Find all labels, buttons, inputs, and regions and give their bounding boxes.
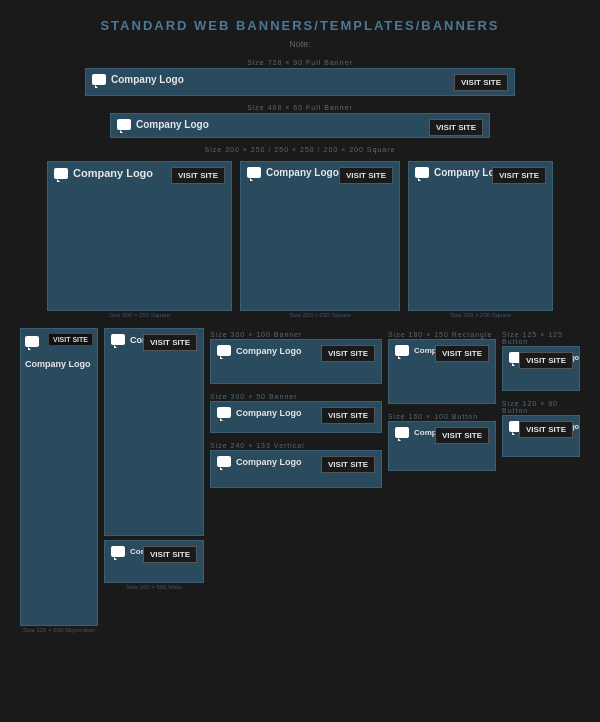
banner-300x250[interactable]: Company Logo VISIT SITE (47, 161, 232, 311)
visit-site-btn-4f[interactable]: VISIT SITE (321, 407, 375, 424)
banner-group-120x90: Size 120 × 90 Button Company Logo VISIT … (502, 397, 580, 457)
company-logo-2: Company Logo (136, 119, 209, 130)
banner-120x90[interactable]: Company Logo VISIT SITE (502, 415, 580, 457)
section-label-4d: Size 180 × 150 Rectangle (388, 331, 496, 338)
section-label-3: Size 300 × 250 / 250 × 250 / 200 × 200 S… (20, 146, 580, 153)
chat-icon-3a (54, 168, 68, 179)
visit-site-btn-4e[interactable]: VISIT SITE (519, 352, 573, 369)
col4-group: Size 180 × 150 Rectangle Company Logo VI… (388, 328, 496, 471)
page-wrapper: STANDARD WEB BANNERS/TEMPLATES/BANNERS N… (0, 0, 600, 653)
banner-group-125: Size 125 × 125 Button Company Logo VISIT… (502, 328, 580, 391)
banner-200x200[interactable]: Company Logo VISIT SITE (408, 161, 553, 311)
visit-site-btn-3a[interactable]: VISIT SITE (171, 167, 225, 184)
section-label-4e2: Size 160 × 100 Button (388, 413, 496, 420)
chat-icon-2 (117, 119, 131, 130)
chat-icon-4f (217, 407, 231, 418)
banner-160x90[interactable]: Company Logo VISIT SITE (104, 540, 204, 583)
visit-site-btn-4b[interactable]: VISIT SITE (143, 334, 197, 351)
banner-group-300: Company Logo VISIT SITE Size 300 × 250 S… (47, 161, 232, 318)
banner-120x600[interactable]: VISIT SITE Company Logo (20, 328, 98, 626)
banner-125x125[interactable]: Company Logo VISIT SITE (502, 346, 580, 391)
visit-site-btn-4c[interactable]: VISIT SITE (321, 345, 375, 362)
chat-icon-3b (247, 167, 261, 178)
banner-300x100[interactable]: Company Logo VISIT SITE (210, 339, 382, 384)
chat-icon-4a (25, 336, 39, 347)
chat-icon-4d (395, 345, 409, 356)
chat-icon-4e2 (395, 427, 409, 438)
size-label-4b: Size 160 × 600 Wide (126, 584, 182, 590)
size-label-3a: Size 300 × 250 Square (109, 312, 170, 318)
visit-site-btn-4b2[interactable]: VISIT SITE (143, 546, 197, 563)
company-logo-4a: Company Logo (25, 359, 91, 369)
section-label-2: Size 468 × 60 Full Banner (20, 104, 580, 111)
banner-group-250: Company Logo VISIT SITE Size 250 × 250 S… (240, 161, 400, 318)
banner-468x60[interactable]: Company Logo VISIT SITE (110, 113, 490, 138)
banner-group-200: Company Logo VISIT SITE Size 200 × 200 S… (408, 161, 553, 318)
banner-group-180: Size 180 × 150 Rectangle Company Logo VI… (388, 328, 496, 404)
row-3: Company Logo VISIT SITE Size 300 × 250 S… (20, 161, 580, 318)
visit-site-btn-4e2[interactable]: VISIT SITE (435, 427, 489, 444)
size-label-3b: Size 250 × 250 Square (289, 312, 350, 318)
visit-site-btn-3c[interactable]: VISIT SITE (492, 167, 546, 184)
col2-group: Company Logo VISIT SITE Company Logo VIS… (104, 328, 204, 590)
size-label-3c: Size 200 × 200 Square (450, 312, 511, 318)
chat-icon-4g (217, 456, 231, 467)
section-label-4f: Size 300 × 50 Banner (210, 393, 382, 400)
banner-group-300x50: Size 300 × 50 Banner Company Logo VISIT … (210, 390, 382, 433)
chat-icon-3c (415, 167, 429, 178)
company-logo-4f: Company Logo (236, 408, 302, 418)
visit-site-btn-3b[interactable]: VISIT SITE (339, 167, 393, 184)
page-subtitle: Note: (0, 39, 600, 49)
banner-728x90[interactable]: Company Logo VISIT SITE (85, 68, 515, 96)
banner-200x90[interactable]: Company Logo VISIT SITE (210, 450, 382, 488)
section-label-4g: Size 240 × 133 Vertical (210, 442, 382, 449)
banner-group-160x100: Size 160 × 100 Button Company Logo VISIT… (388, 410, 496, 471)
section-label-4h: Size 120 × 90 Button (502, 400, 580, 414)
col1-group: VISIT SITE Company Logo Size 120 × 600 S… (20, 328, 98, 633)
page-title: STANDARD WEB BANNERS/TEMPLATES/BANNERS (0, 0, 600, 39)
banner-section-1: Size 728 × 90 Full Banner Company Logo V… (20, 59, 580, 96)
section-label-4e: Size 125 × 125 Button (502, 331, 580, 345)
section-label-1: Size 728 × 90 Full Banner (20, 59, 580, 66)
visit-site-btn-4d[interactable]: VISIT SITE (435, 345, 489, 362)
banner-160x600[interactable]: Company Logo VISIT SITE (104, 328, 204, 536)
company-logo-3b: Company Logo (266, 167, 339, 178)
col3-group: Size 300 × 100 Banner Company Logo VISIT… (210, 328, 382, 488)
col5-group: Size 125 × 125 Button Company Logo VISIT… (502, 328, 580, 457)
visit-site-btn-4a[interactable]: VISIT SITE (48, 333, 93, 346)
chat-icon-4b2 (111, 546, 125, 557)
row-4: VISIT SITE Company Logo Size 120 × 600 S… (20, 328, 580, 633)
banner-group-200x90: Size 240 × 133 Vertical Company Logo VIS… (210, 439, 382, 488)
banner-section-2: Size 468 × 60 Full Banner Company Logo V… (20, 104, 580, 138)
banner-250x250[interactable]: Company Logo VISIT SITE (240, 161, 400, 311)
banner-160x100[interactable]: Company Logo VISIT SITE (388, 421, 496, 471)
company-logo-4c: Company Logo (236, 346, 302, 356)
visit-site-btn-2[interactable]: VISIT SITE (429, 119, 483, 136)
company-logo-1: Company Logo (111, 74, 184, 85)
visit-site-btn-4g[interactable]: VISIT SITE (321, 456, 375, 473)
banner-group-300x100: Size 300 × 100 Banner Company Logo VISIT… (210, 328, 382, 384)
banner-180x150[interactable]: Company Logo VISIT SITE (388, 339, 496, 404)
size-label-4a: Size 120 × 600 Skyscraper (23, 627, 95, 633)
company-logo-4g: Company Logo (236, 457, 302, 467)
chat-icon-1 (92, 74, 106, 85)
chat-icon-4c (217, 345, 231, 356)
visit-site-btn-1[interactable]: VISIT SITE (454, 74, 508, 91)
section-label-4c: Size 300 × 100 Banner (210, 331, 382, 338)
company-logo-3a: Company Logo (73, 167, 153, 179)
chat-icon-4b (111, 334, 125, 345)
banner-300x50[interactable]: Company Logo VISIT SITE (210, 401, 382, 433)
visit-site-btn-4h[interactable]: VISIT SITE (519, 421, 573, 438)
